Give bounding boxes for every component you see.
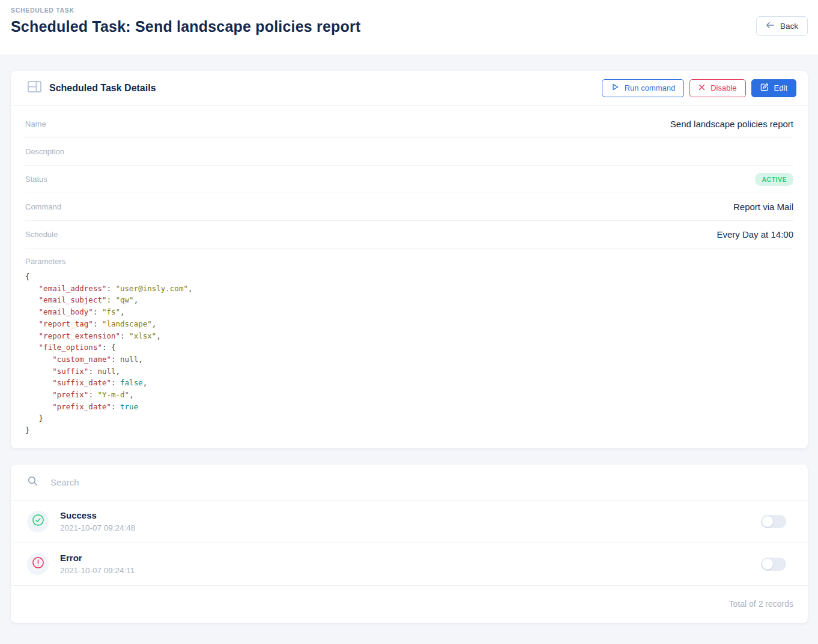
detail-value: Send landscape policies report — [670, 119, 793, 129]
success-check-circle-icon — [32, 514, 44, 529]
error-exclamation-circle-icon — [32, 556, 44, 571]
layout-grid-icon — [28, 81, 41, 95]
parameters-section: Parameters { "email_address": "user@insl… — [11, 248, 808, 448]
history-timestamp: 2021-10-07 09:24:48 — [60, 523, 135, 532]
details-card-title: Scheduled Task Details — [49, 83, 156, 94]
details-card-header: Scheduled Task Details Run command Disab… — [11, 71, 808, 106]
execution-history-card: Success 2021-10-07 09:24:48 Error 2021-1… — [11, 465, 808, 623]
edit-button[interactable]: Edit — [751, 79, 796, 97]
details-card-actions: Run command Disable Edit — [602, 79, 796, 97]
detail-label: Command — [25, 202, 61, 211]
detail-row-description: Description — [25, 138, 793, 166]
back-button-label: Back — [780, 22, 798, 31]
detail-label: Schedule — [25, 230, 58, 239]
parameters-json-code: { "email_address": "user@insly.com", "em… — [25, 271, 793, 436]
run-command-label: Run command — [625, 83, 676, 92]
expand-toggle[interactable] — [761, 558, 786, 571]
search-input[interactable] — [50, 477, 791, 487]
detail-row-schedule: Schedule Every Day at 14:00 — [25, 221, 793, 248]
page-header: SCHEDULED TASK Scheduled Task: Send land… — [0, 0, 818, 55]
breadcrumb-eyebrow: SCHEDULED TASK — [11, 7, 808, 14]
history-timestamp: 2021-10-07 09:24:11 — [60, 566, 135, 575]
toggle-knob — [762, 516, 773, 527]
parameters-label: Parameters — [25, 257, 793, 266]
detail-rows: Name Send landscape policies report Desc… — [11, 106, 808, 248]
x-icon — [698, 83, 705, 92]
avatar — [27, 511, 49, 532]
history-text: Success 2021-10-07 09:24:48 — [60, 510, 135, 532]
detail-value: Report via Mail — [733, 202, 793, 212]
main-content: Scheduled Task Details Run command Disab… — [0, 55, 818, 623]
toggle-knob — [762, 559, 773, 570]
edit-label: Edit — [774, 83, 787, 92]
search-icon — [28, 476, 38, 489]
play-icon — [611, 83, 619, 93]
history-status: Error — [60, 553, 135, 563]
detail-label: Description — [25, 147, 64, 156]
page-title: Scheduled Task: Send landscape policies … — [11, 18, 808, 35]
arrow-left-icon — [766, 22, 774, 31]
expand-toggle[interactable] — [761, 515, 786, 528]
scheduled-task-details-card: Scheduled Task Details Run command Disab… — [11, 71, 808, 448]
records-total: Total of 2 records — [11, 586, 808, 623]
edit-pencil-icon — [760, 83, 769, 93]
detail-row-name: Name Send landscape policies report — [25, 110, 793, 138]
history-status: Success — [60, 510, 135, 520]
back-button[interactable]: Back — [756, 16, 808, 36]
detail-value: Every Day at 14:00 — [717, 229, 793, 239]
detail-row-command: Command Report via Mail — [25, 193, 793, 221]
avatar — [27, 553, 49, 575]
disable-label: Disable — [710, 83, 736, 92]
history-row-error: Error 2021-10-07 09:24:11 — [11, 543, 808, 586]
disable-button[interactable]: Disable — [689, 79, 745, 97]
detail-row-status: Status ACTIVE — [25, 166, 793, 193]
detail-label: Name — [25, 119, 46, 128]
history-text: Error 2021-10-07 09:24:11 — [60, 553, 135, 575]
search-bar — [11, 465, 808, 501]
history-row-success: Success 2021-10-07 09:24:48 — [11, 501, 808, 543]
run-command-button[interactable]: Run command — [602, 79, 685, 97]
status-badge: ACTIVE — [755, 173, 793, 186]
detail-label: Status — [25, 175, 47, 184]
